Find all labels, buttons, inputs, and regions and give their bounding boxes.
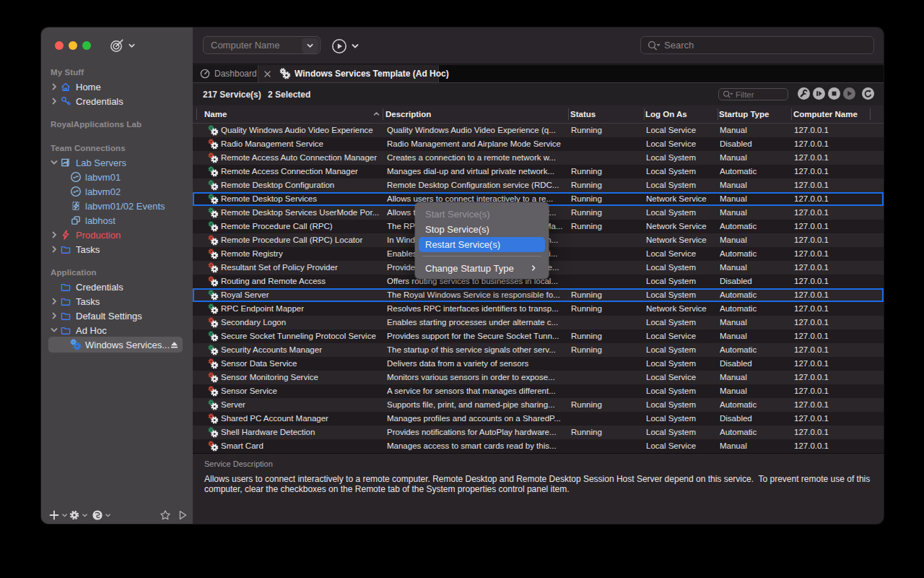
eject-icon[interactable]: [170, 340, 179, 350]
service-stopped-icon: [208, 139, 219, 150]
sidebar-item-default-settings[interactable]: Default Settings: [41, 309, 193, 323]
settings-button[interactable]: [69, 509, 88, 521]
sidebar-item-labvm01-02-events[interactable]: labvm01/02 Events: [41, 199, 193, 213]
resume-button[interactable]: [813, 87, 825, 100]
cell-computer: 127.0.0.1: [794, 178, 866, 192]
properties-button[interactable]: [798, 87, 810, 100]
service-stopped-icon: [208, 235, 219, 246]
gear-icon: [69, 509, 80, 521]
table-row[interactable]: RPC Endpoint MapperResolves RPC interfac…: [193, 302, 884, 316]
disclosure-chevron-right-icon[interactable]: [50, 230, 58, 239]
disclosure-chevron-down-icon[interactable]: [50, 158, 58, 167]
filter-field[interactable]: [718, 88, 788, 100]
sidebar-item-credentials[interactable]: Credentials: [41, 94, 193, 108]
sidebar-item-home[interactable]: Home: [41, 79, 193, 94]
sidebar-item-windows-services-[interactable]: Windows Services...: [41, 337, 193, 352]
sidebar-item-credentials[interactable]: Credentials: [41, 280, 193, 294]
table-row[interactable]: Sensor ServiceA service for sensors that…: [193, 384, 884, 398]
minimize-window-button[interactable]: [69, 41, 77, 50]
cell-status: Running: [571, 302, 643, 316]
table-row[interactable]: Quality Windows Audio Video ExperienceQu…: [193, 124, 884, 137]
table-row[interactable]: Shared PC Account ManagerManages profile…: [193, 412, 884, 426]
zoom-window-button[interactable]: [82, 41, 91, 50]
menu-item-restart-service-s-[interactable]: Restart Service(s): [419, 237, 545, 252]
disclosure-chevron-down-icon[interactable]: [50, 326, 58, 335]
column-divider[interactable]: [870, 108, 871, 120]
connection-button[interactable]: [92, 509, 111, 521]
add-button[interactable]: [48, 509, 68, 521]
sidebar-item-labvm01[interactable]: labvm01: [41, 170, 193, 184]
refresh-button[interactable]: [862, 87, 874, 100]
menu-item-label: Stop Service(s): [425, 224, 489, 235]
favorites-button[interactable]: [160, 509, 171, 521]
table-row[interactable]: Remote Access Auto Connection ManagerCre…: [193, 151, 884, 165]
column-divider[interactable]: [196, 108, 197, 120]
table-row[interactable]: Smart CardManages access to smart cards …: [193, 439, 884, 453]
events-icon: [70, 200, 82, 212]
service-running-icon: [208, 400, 219, 410]
table-row[interactable]: ServerSupports file, print, and named-pi…: [193, 398, 884, 412]
table-row[interactable]: Radio Management ServiceRadio Management…: [193, 137, 884, 151]
menu-item-change-startup-type[interactable]: Change Startup Type: [419, 260, 545, 276]
column-header-log-on-as[interactable]: Log On As: [645, 105, 687, 123]
cell-name: Remote Access Auto Connection Manager: [221, 151, 381, 165]
scope-selector-button[interactable]: [110, 38, 136, 53]
disclosure-chevron-right-icon[interactable]: [50, 82, 58, 91]
close-window-button[interactable]: [55, 41, 64, 50]
table-row[interactable]: Secondary LogonEnables starting processe…: [193, 316, 884, 329]
panel-title: Service Description: [204, 460, 273, 468]
sidebar-item-lab-servers[interactable]: Lab Servers: [41, 155, 193, 170]
play-circle-icon: [331, 38, 347, 54]
table-row[interactable]: Secure Socket Tunneling Protocol Service…: [193, 329, 884, 343]
tab-dashboard[interactable]: Dashboard: [193, 65, 258, 82]
search-input[interactable]: [664, 38, 873, 53]
table-row[interactable]: Royal ServerThe Royal Windows Service is…: [193, 288, 884, 302]
run-command-button[interactable]: [331, 37, 362, 55]
sidebar-item-labvm02[interactable]: labvm02: [41, 184, 193, 199]
close-tab-icon[interactable]: [263, 70, 271, 78]
disclosure-chevron-right-icon[interactable]: [50, 245, 58, 254]
chevron-down-icon: [128, 42, 136, 50]
disclosure-chevron-right-icon[interactable]: [50, 297, 58, 306]
disclosure-chevron-right-icon[interactable]: [50, 97, 58, 105]
table-row[interactable]: Security Accounts ManagerThe startup of …: [193, 343, 884, 357]
chevron-down-icon: [82, 512, 88, 519]
column-header-status[interactable]: Status: [570, 105, 596, 123]
column-divider[interactable]: [718, 108, 718, 120]
disclosure-chevron-right-icon[interactable]: [50, 311, 58, 320]
cell-name: Radio Management Service: [221, 137, 381, 151]
column-header-name[interactable]: Name: [204, 105, 227, 123]
sidebar-item-tasks[interactable]: Tasks: [41, 242, 193, 256]
computer-name-dropdown-button[interactable]: [302, 38, 318, 53]
table-row[interactable]: Remote Desktop ConfigurationRemote Deskt…: [193, 178, 884, 192]
cell-name: Server: [221, 398, 381, 412]
sidebar-item-ad-hoc[interactable]: Ad Hoc: [41, 323, 193, 337]
table-row[interactable]: Remote Access Connection ManagerManages …: [193, 165, 884, 178]
table-row[interactable]: Sensor Data ServiceDelivers data from a …: [193, 357, 884, 371]
search-field[interactable]: [640, 36, 874, 54]
column-divider[interactable]: [644, 108, 645, 120]
cell-status: [571, 151, 643, 165]
column-divider[interactable]: [568, 108, 569, 120]
start-button[interactable]: [843, 87, 855, 100]
column-divider[interactable]: [383, 108, 383, 120]
table-row[interactable]: Shell Hardware DetectionProvides notific…: [193, 426, 884, 439]
cell-computer: 127.0.0.1: [794, 220, 866, 233]
cell-description: Delivers data from a variety of sensors: [387, 357, 567, 371]
sidebar-item-production[interactable]: Production: [41, 228, 193, 242]
menu-item-stop-service-s-[interactable]: Stop Service(s): [419, 222, 545, 237]
filter-input[interactable]: [736, 90, 788, 100]
column-header-computer-name[interactable]: Computer Name: [793, 105, 858, 123]
computer-name-field[interactable]: [203, 36, 321, 54]
connect-button[interactable]: [177, 509, 188, 521]
stop-button[interactable]: [828, 87, 840, 100]
table-row[interactable]: Sensor Monitoring ServiceMonitors variou…: [193, 371, 884, 384]
column-header-description[interactable]: Description: [385, 105, 431, 123]
computer-name-input[interactable]: [211, 37, 305, 53]
column-header-startup-type[interactable]: Startup Type: [719, 105, 769, 123]
cell-logon: Local System: [646, 261, 718, 275]
sidebar-item-tasks[interactable]: Tasks: [41, 294, 193, 309]
sidebar-item-labhost[interactable]: labhost: [41, 213, 193, 228]
tab-windows-services-template[interactable]: Windows Services Template (Ad Hoc): [258, 65, 439, 82]
column-divider[interactable]: [791, 108, 792, 120]
